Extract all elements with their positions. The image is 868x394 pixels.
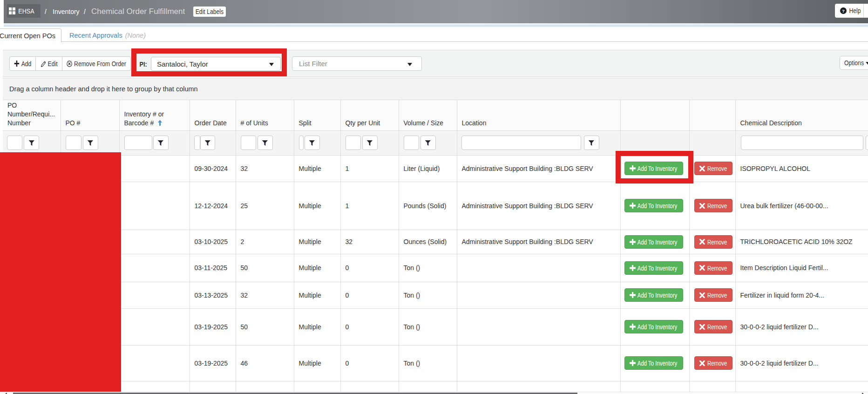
svg-text:?: ?: [842, 8, 845, 14]
